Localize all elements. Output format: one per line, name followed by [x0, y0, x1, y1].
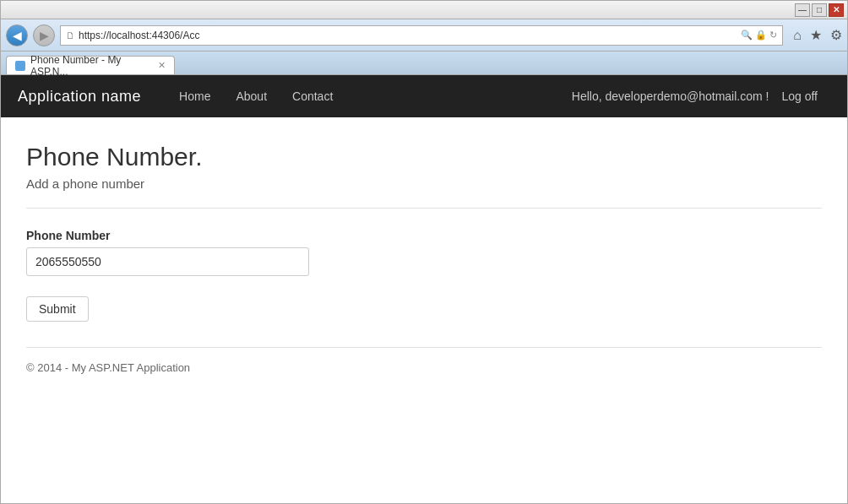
title-bar: — □ ✕: [1, 1, 847, 19]
tab-bar: Phone Number - My ASP.N... ✕: [1, 51, 847, 75]
nav-links: Home About Contact: [166, 75, 572, 117]
page-content: Phone Number. Add a phone number Phone N…: [1, 117, 847, 503]
minimize-button[interactable]: —: [795, 3, 810, 17]
tab-label: Phone Number - My ASP.N...: [30, 54, 149, 78]
active-tab[interactable]: Phone Number - My ASP.N... ✕: [6, 56, 175, 74]
home-icon[interactable]: ⌂: [793, 28, 802, 43]
settings-icon[interactable]: ⚙: [830, 27, 842, 43]
address-bar-area: ◀ ▶ 🗋 https://localhost:44306/Acc 🔍 🔒 ↻ …: [1, 19, 847, 51]
page-subtitle: Add a phone number: [26, 176, 822, 191]
back-button[interactable]: ◀: [6, 24, 28, 46]
phone-number-field-group: Phone Number: [26, 229, 364, 276]
nav-home[interactable]: Home: [166, 75, 223, 117]
nav-about[interactable]: About: [223, 75, 280, 117]
refresh-icon[interactable]: ↻: [769, 30, 777, 41]
address-actions: 🔍 🔒 ↻: [741, 30, 777, 41]
title-bar-controls: — □ ✕: [795, 3, 844, 17]
search-icon[interactable]: 🔍: [741, 30, 753, 41]
lock-icon: 🔒: [755, 30, 767, 41]
content-divider: [26, 208, 822, 209]
app-navbar: Application name Home About Contact Hell…: [1, 75, 847, 117]
tab-favicon: [15, 61, 25, 71]
phone-number-input[interactable]: [26, 247, 309, 276]
phone-form: Phone Number Submit: [26, 229, 364, 322]
submit-button[interactable]: Submit: [26, 296, 89, 322]
tab-close-button[interactable]: ✕: [158, 60, 166, 71]
forward-button[interactable]: ▶: [33, 24, 55, 46]
address-page-icon: 🗋: [66, 30, 75, 41]
footer-text: © 2014 - My ASP.NET Application: [26, 361, 190, 374]
logoff-link[interactable]: Log off: [769, 89, 830, 103]
nav-contact[interactable]: Contact: [280, 75, 345, 117]
page-title: Phone Number.: [26, 143, 822, 171]
phone-number-label: Phone Number: [26, 229, 364, 242]
browser-window: — □ ✕ ◀ ▶ 🗋 https://localhost:44306/Acc …: [0, 0, 848, 504]
favorites-icon[interactable]: ★: [810, 27, 822, 43]
maximize-button[interactable]: □: [812, 3, 827, 17]
address-box[interactable]: 🗋 https://localhost:44306/Acc 🔍 🔒 ↻: [60, 25, 783, 46]
app-brand[interactable]: Application name: [18, 88, 141, 106]
address-text: https://localhost:44306/Acc: [79, 30, 737, 41]
browser-toolbar-icons: ⌂ ★ ⚙: [793, 27, 842, 43]
page-footer: © 2014 - My ASP.NET Application: [26, 347, 822, 374]
user-greeting: Hello, developerdemo@hotmail.com !: [572, 89, 769, 103]
close-button[interactable]: ✕: [829, 3, 844, 17]
